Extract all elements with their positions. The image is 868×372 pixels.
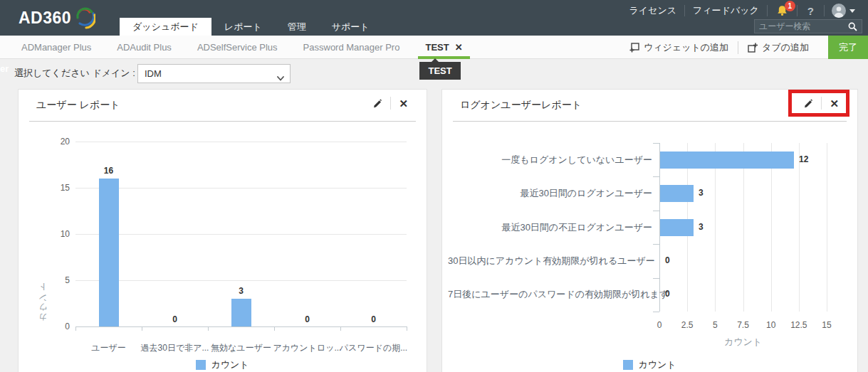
tooltip-text: TEST xyxy=(428,65,451,76)
done-button[interactable]: 完了 xyxy=(828,36,868,59)
legend-swatch xyxy=(196,360,206,370)
axis-tick xyxy=(340,326,341,331)
search-input[interactable] xyxy=(755,21,848,31)
tooltip-caret xyxy=(431,58,439,63)
bar-value-label: 0 xyxy=(142,314,208,324)
x-tick-label: 12.5 xyxy=(785,320,813,330)
legend-item[interactable]: カウント xyxy=(442,358,857,371)
x-tick-label: 10 xyxy=(757,320,785,330)
product-tabs: ADManager Plus ADAudit Plus ADSelfServic… xyxy=(21,36,463,59)
bar xyxy=(660,219,694,236)
y-axis-title: カウント xyxy=(37,142,49,326)
bar-value-label: 0 xyxy=(665,289,670,299)
help-button[interactable]: ? xyxy=(798,5,824,17)
add-widget-button[interactable]: ウィジェットの追加 xyxy=(620,41,738,54)
domain-select[interactable]: IDM xyxy=(137,64,291,83)
x-axis-title: カウント xyxy=(659,336,827,349)
bar xyxy=(99,179,119,326)
gridline xyxy=(75,142,407,142)
nav-tab-reports[interactable]: レポート xyxy=(211,18,275,36)
user-report-chart: 0510152016ユーザー0過去30日で非ア...3無効なユーザー0アカウント… xyxy=(19,90,427,372)
nav-tab-admin[interactable]: 管理 xyxy=(275,18,319,36)
gridline xyxy=(75,234,407,235)
add-tab-label: タブの追加 xyxy=(762,41,809,54)
tab-adaudit-plus[interactable]: ADAudit Plus xyxy=(117,42,172,53)
add-widget-icon xyxy=(629,43,639,53)
avatar-icon xyxy=(832,4,846,18)
bar-value-label: 0 xyxy=(274,314,340,324)
category-label: パスワードの期... xyxy=(335,342,412,354)
top-bar: AD360 ダッシュボード レポート 管理 サポート ライセンス フィードバック xyxy=(0,0,868,36)
legend-swatch xyxy=(623,360,633,370)
axis-tick xyxy=(653,312,659,312)
bar-value-label: 3 xyxy=(699,188,704,198)
ad360-logo[interactable]: AD360 xyxy=(19,6,95,30)
legend-item[interactable]: カウント xyxy=(19,358,427,371)
search-icon[interactable] xyxy=(848,22,857,31)
gridline xyxy=(75,188,407,188)
annotation-highlight-rect xyxy=(788,90,849,117)
axis-tick xyxy=(142,326,142,331)
axis-tick xyxy=(653,176,659,177)
axis-tick xyxy=(274,326,275,331)
category-label: 一度もログオンしていないユーザー xyxy=(448,154,652,166)
logo-swirl-icon xyxy=(74,6,95,30)
gridline xyxy=(827,143,827,312)
edge-artifact-text: er xyxy=(0,63,9,74)
tab-test[interactable]: TEST ✕ TEST xyxy=(425,36,462,59)
axis-tick xyxy=(653,211,659,211)
logo-text: AD360 xyxy=(19,9,71,28)
gridline xyxy=(75,280,407,281)
axis-tick xyxy=(407,326,407,331)
tab-password-manager-pro[interactable]: Password Manager Pro xyxy=(303,42,400,53)
axis-tick xyxy=(75,326,76,331)
bar xyxy=(660,152,794,169)
nav-tab-dashboard[interactable]: ダッシュボード xyxy=(120,18,211,36)
widget-user-report: ユーザー レポート ✕ 0510152016ユーザー0過去30日で非ア...3無… xyxy=(18,89,427,372)
close-tab-icon[interactable]: ✕ xyxy=(455,42,463,53)
legend-label: カウント xyxy=(638,358,676,371)
domain-selected-value: IDM xyxy=(138,65,290,83)
chevron-down-icon xyxy=(277,71,284,84)
axis-tick xyxy=(653,244,659,245)
user-search xyxy=(754,19,862,33)
nav-tab-support[interactable]: サポート xyxy=(319,18,382,36)
tab-admanager-plus[interactable]: ADManager Plus xyxy=(21,42,91,53)
category-label: 最近30日間の不正ログオンユーザー xyxy=(448,221,652,234)
license-link[interactable]: ライセンス xyxy=(621,4,684,17)
x-tick-label: 7.5 xyxy=(729,320,758,330)
bar-value-label: 0 xyxy=(340,314,407,324)
x-tick-label: 15 xyxy=(812,320,841,330)
axis-tick xyxy=(653,278,659,279)
x-tick-label: 5 xyxy=(701,320,729,330)
domain-select-label: 選択してください ドメイン : xyxy=(14,59,135,87)
test-tab-tooltip: TEST xyxy=(419,62,460,80)
x-tick-label: 2.5 xyxy=(673,320,701,330)
bar-value-label: 3 xyxy=(208,286,274,296)
notification-badge: 1 xyxy=(785,1,795,11)
main-nav: ダッシュボード レポート 管理 サポート xyxy=(120,18,382,36)
bar-value-label: 3 xyxy=(699,222,704,232)
bar xyxy=(660,185,694,202)
bar-value-label: 16 xyxy=(75,166,142,176)
notifications-button[interactable]: 1 xyxy=(768,5,797,16)
ad360-dashboard-screen: AD360 ダッシュボード レポート 管理 サポート ライセンス フィードバック xyxy=(0,0,868,372)
product-tabs-bar: ADManager Plus ADAudit Plus ADSelfServic… xyxy=(0,36,868,59)
bar-value-label: 12 xyxy=(799,154,808,164)
x-tick-label: 0 xyxy=(645,320,674,330)
axis-tick xyxy=(653,143,659,144)
category-label: 7日後にユーザーのパスワードの有効期限が切れます xyxy=(448,288,652,301)
bar-value-label: 0 xyxy=(665,255,670,265)
tab-test-label: TEST xyxy=(425,42,449,53)
feedback-link[interactable]: フィードバック xyxy=(685,4,767,17)
category-label: 最近30日間のログオンユーザー xyxy=(448,187,652,200)
add-tab-icon xyxy=(748,43,758,53)
axis-tick xyxy=(208,326,209,331)
tab-actions: ウィジェットの追加 タブの追加 完了 xyxy=(620,36,868,59)
add-tab-button[interactable]: タブの追加 xyxy=(738,41,818,54)
tab-adselfservice-plus[interactable]: ADSelfService Plus xyxy=(197,42,278,53)
bar xyxy=(231,299,251,326)
gridline xyxy=(799,143,800,312)
user-menu[interactable] xyxy=(825,4,862,18)
top-utility-links: ライセンス フィードバック 1 ? xyxy=(621,3,862,18)
